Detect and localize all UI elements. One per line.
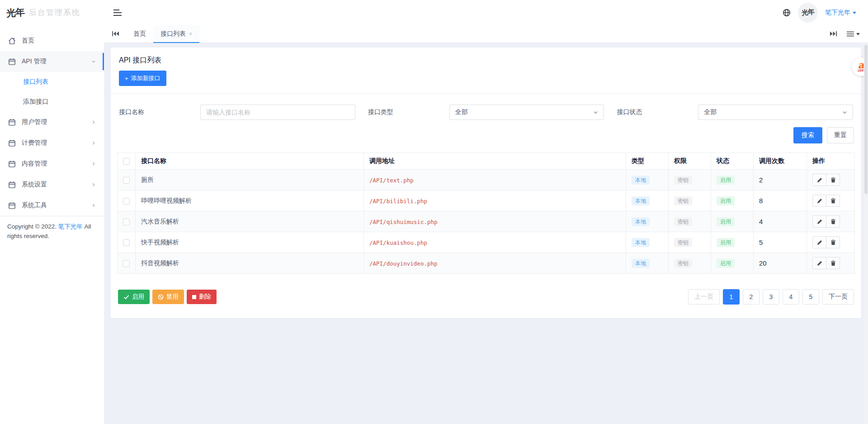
bulk-disable-label: 禁用 [166, 293, 179, 301]
page-title: API 接口列表 [117, 56, 855, 65]
sidebar-item-label: 系统设置 [22, 181, 47, 189]
table-row: 哔哩哔哩视频解析 /API/bilibili.php 本地 密钥 启用 8 [118, 191, 855, 211]
bulk-delete-button[interactable]: 删除 [187, 290, 217, 304]
calendar-icon [8, 202, 16, 210]
edit-button[interactable] [812, 195, 826, 207]
table-row: 抖音视频解析 /API/douyinvideo.php 本地 密钥 启用 20 [118, 253, 855, 274]
logo: 光年 后台管理系统 [0, 0, 104, 25]
bulk-enable-button[interactable]: 启用 [118, 290, 150, 304]
row-checkbox[interactable] [123, 177, 130, 184]
hamburger-icon[interactable] [113, 9, 122, 16]
copyright-link[interactable]: 笔下光年 [58, 223, 83, 230]
row-checkbox[interactable] [123, 260, 130, 267]
add-api-button[interactable]: + 添加新接口 [119, 71, 166, 86]
delete-button[interactable] [826, 215, 840, 228]
scrollbar-thumb[interactable] [864, 45, 868, 194]
scroll-tabs-right-icon[interactable] [830, 31, 837, 37]
page-button-1[interactable]: 1 [723, 289, 740, 305]
filter-type-label: 接口类型 [368, 108, 449, 116]
table-row: 快手视频解析 /API/kuaishou.php 本地 密钥 启用 5 [118, 232, 855, 253]
sidebar-item-tools[interactable]: 系统工具 [0, 195, 104, 216]
sidebar-item-billing[interactable]: 计费管理 [0, 133, 104, 153]
edit-button[interactable] [812, 236, 826, 248]
sidebar-item-settings[interactable]: 系统设置 [0, 174, 104, 195]
page-button-5[interactable]: 5 [802, 289, 819, 305]
check-icon [123, 294, 129, 300]
perm-badge: 密钥 [674, 196, 692, 205]
sidebar-subitem-api-list[interactable]: 接口列表 [0, 72, 104, 92]
tabbar: 首页 接口列表 × [104, 25, 868, 43]
row-checkbox[interactable] [123, 198, 130, 205]
sidebar-subitem-api-add[interactable]: 添加接口 [0, 92, 104, 112]
search-button[interactable]: 搜索 [793, 127, 822, 143]
delete-button[interactable] [826, 174, 840, 186]
delete-button[interactable] [826, 236, 840, 248]
perm-badge: 密钥 [674, 176, 692, 185]
api-status-select[interactable]: 全部 [698, 105, 853, 120]
topbar: 光年 笔下光年 [104, 0, 868, 25]
filter-type-group: 接口类型 全部 [368, 105, 604, 120]
table-header-row: 接口名称 调用地址 类型 权限 状态 调用次数 操作 [118, 153, 855, 170]
pencil-icon [817, 240, 822, 245]
chevron-down-icon [91, 59, 96, 64]
delete-button[interactable] [826, 195, 840, 207]
scrollbar-track [864, 43, 868, 424]
api-name: 快手视频解析 [136, 232, 364, 253]
api-name: 哔哩哔哩视频解析 [136, 191, 364, 211]
sidebar-item-api[interactable]: API 管理 [0, 51, 104, 72]
app-root: 光年 后台管理系统 首页 API 管理 接口列表 添加接口 用户管理 [0, 0, 868, 424]
row-checkbox[interactable] [123, 219, 130, 225]
avatar[interactable]: 光年 [798, 3, 818, 23]
select-value: 全部 [704, 108, 717, 116]
calendar-icon [8, 181, 16, 189]
api-name: 抖音视频解析 [136, 253, 364, 274]
edit-button[interactable] [812, 174, 826, 186]
tab-api-list[interactable]: 接口列表 × [153, 25, 199, 43]
edit-button[interactable] [812, 257, 826, 269]
api-name: 厕所 [136, 170, 364, 191]
chevron-down-icon [842, 110, 847, 115]
page-button-2[interactable]: 2 [743, 289, 760, 305]
tab-home[interactable]: 首页 [126, 25, 153, 43]
main-column: 光年 笔下光年 首页 接口列表 × [104, 0, 868, 424]
api-url: /API/text.php [369, 177, 414, 184]
select-all-checkbox[interactable] [123, 158, 130, 165]
edit-button[interactable] [812, 215, 826, 228]
col-status: 状态 [711, 153, 754, 170]
scroll-tabs-left-icon[interactable] [112, 31, 119, 37]
row-checkbox[interactable] [123, 239, 130, 246]
sidebar-item-home[interactable]: 首页 [0, 30, 104, 51]
status-badge: 启用 [717, 176, 735, 185]
col-name: 接口名称 [136, 153, 364, 170]
col-count: 调用次数 [754, 153, 807, 170]
sidebar-item-users[interactable]: 用户管理 [0, 112, 104, 133]
sidebar-item-label: 计费管理 [22, 139, 47, 147]
list-icon [847, 31, 854, 37]
caret-down-icon [856, 33, 860, 35]
type-badge: 本地 [632, 176, 650, 185]
next-page-button[interactable]: 下一页 [822, 289, 854, 305]
prev-page-button[interactable]: 上一页 [688, 289, 720, 305]
close-icon[interactable]: × [189, 31, 192, 37]
page-button-4[interactable]: 4 [783, 289, 799, 305]
col-perm: 权限 [669, 153, 711, 170]
col-actions: 操作 [807, 153, 855, 170]
page-button-3[interactable]: 3 [763, 289, 779, 305]
sidebar-item-label: 系统工具 [22, 201, 47, 210]
globe-icon[interactable] [783, 9, 791, 17]
trash-icon [830, 198, 836, 204]
api-list-card: API 接口列表 + 添加新接口 接口名称 接口类型 全部 [111, 48, 861, 318]
user-menu[interactable]: 笔下光年 [825, 9, 856, 17]
api-name: 汽水音乐解析 [136, 211, 364, 232]
delete-button[interactable] [826, 257, 840, 269]
search-actions: 搜索 重置 [117, 127, 855, 143]
api-name-input[interactable] [200, 105, 355, 120]
sidebar-item-label: 首页 [22, 37, 34, 45]
bulk-disable-button[interactable]: 禁用 [152, 290, 184, 304]
tab-options-menu[interactable] [847, 31, 860, 37]
api-type-select[interactable]: 全部 [449, 105, 604, 120]
reset-button[interactable]: 重置 [827, 127, 854, 143]
select-value: 全部 [455, 108, 468, 116]
sidebar-item-content[interactable]: 内容管理 [0, 153, 104, 174]
status-badge: 启用 [717, 259, 735, 268]
